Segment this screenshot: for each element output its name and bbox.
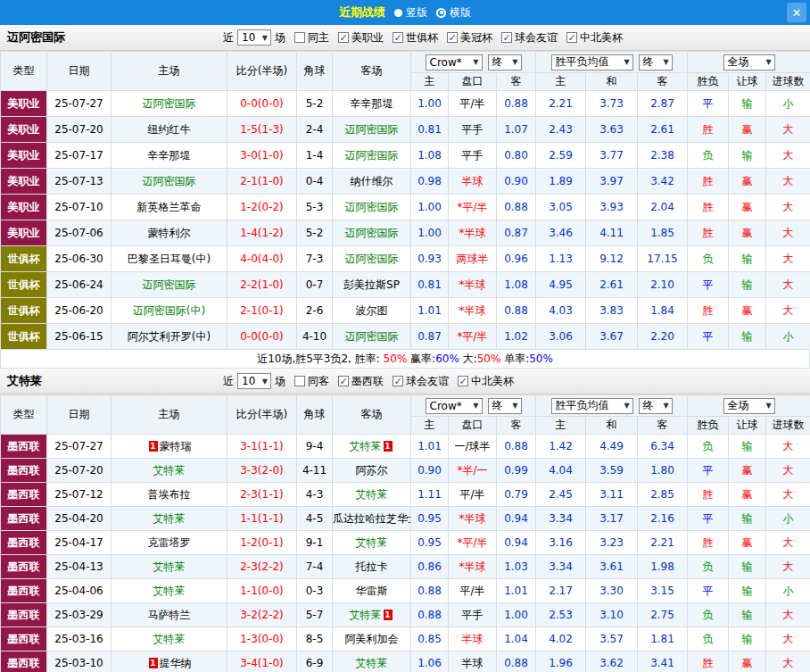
team-link[interactable]: 迈阿密国际 — [345, 330, 399, 343]
away-team-cell[interactable]: 阿苏尔 — [333, 459, 411, 483]
team-link[interactable]: 艾特莱 — [153, 512, 186, 525]
home-team-cell[interactable]: 普埃布拉 — [112, 483, 227, 507]
away-team-cell[interactable]: 迈阿密国际 — [333, 195, 411, 220]
team-link[interactable]: 艾特莱 — [356, 536, 388, 549]
team-link[interactable]: 蒙特瑞 — [160, 440, 192, 452]
team-link[interactable]: 迈阿密国际 — [345, 123, 399, 136]
match-count-select[interactable]: 10▼ — [237, 373, 271, 389]
home-team-cell[interactable]: 辛辛那堤 — [112, 143, 227, 169]
away-team-cell[interactable]: 波尔图 — [333, 298, 411, 324]
home-team-cell[interactable]: 迈阿密国际 — [112, 272, 227, 298]
avg-odds-select[interactable]: 胜平负均值▼ — [551, 54, 633, 71]
filter-checkbox-世俱杯[interactable]: ✓世俱杯 — [393, 30, 438, 46]
layout-radio-vertical[interactable]: 竖版 — [394, 5, 427, 21]
home-team-cell[interactable]: 迈阿密国际 — [112, 169, 227, 195]
team-link[interactable]: 华雷斯 — [356, 585, 388, 597]
team-link[interactable]: 阿苏尔 — [356, 464, 388, 477]
team-link[interactable]: 纳什维尔 — [351, 175, 393, 187]
away-team-cell[interactable]: 艾特莱1 — [333, 435, 411, 459]
away-team-cell[interactable]: 艾特莱1 — [333, 603, 411, 627]
team-link[interactable]: 辛辛那堤 — [148, 149, 191, 162]
team-link[interactable]: 艾特莱 — [350, 609, 382, 621]
team-link[interactable]: 普埃布拉 — [148, 488, 191, 501]
home-team-cell[interactable]: 迈阿密国际 — [112, 91, 227, 117]
home-team-cell[interactable]: 新英格兰革命 — [112, 195, 227, 220]
team-link[interactable]: 艾特莱 — [153, 585, 186, 597]
away-team-cell[interactable]: 纳什维尔 — [333, 169, 411, 195]
team-link[interactable]: 艾特莱 — [350, 440, 382, 452]
team-link[interactable]: 辛辛那堤 — [351, 97, 393, 110]
away-team-cell[interactable]: 艾特莱 — [333, 531, 411, 555]
home-team-cell[interactable]: 艾特莱 — [112, 555, 227, 579]
filter-checkbox-同客[interactable]: 同客 — [294, 374, 329, 389]
scope-select[interactable]: 全场▼ — [723, 398, 775, 414]
away-team-cell[interactable]: 迈阿密国际 — [333, 246, 411, 272]
home-team-cell[interactable]: 马萨特兰 — [112, 603, 227, 627]
team-link[interactable]: 巴黎圣日耳曼(中) — [128, 253, 211, 265]
team-link[interactable]: 纽约红牛 — [148, 123, 191, 136]
layout-radio-horizontal[interactable]: 横版 — [436, 5, 471, 21]
filter-checkbox-中北美杯[interactable]: ✓中北美杯 — [566, 30, 623, 46]
team-link[interactable]: 艾特莱 — [153, 633, 186, 645]
team-link[interactable]: 迈阿密国际 — [345, 149, 399, 162]
filter-checkbox-墨西联[interactable]: ✓墨西联 — [338, 374, 384, 389]
home-team-cell[interactable]: 艾特莱 — [112, 507, 227, 531]
away-team-cell[interactable]: 托拉卡 — [333, 555, 411, 579]
team-link[interactable]: 艾特莱 — [356, 657, 388, 669]
team-link[interactable]: 阿尔艾利开罗(中) — [128, 330, 211, 343]
home-team-cell[interactable]: 1提华纳 — [112, 651, 227, 672]
team-link[interactable]: 艾特莱 — [356, 488, 388, 501]
filter-checkbox-中北美杯[interactable]: ✓中北美杯 — [458, 374, 514, 389]
home-team-cell[interactable]: 艾特莱 — [112, 579, 227, 603]
team-link[interactable]: 迈阿密国际(中) — [133, 304, 205, 317]
final-odds-select[interactable]: 终▼ — [488, 398, 522, 414]
team-link[interactable]: 迈阿密国际 — [143, 278, 196, 291]
home-team-cell[interactable]: 巴黎圣日耳曼(中) — [112, 246, 227, 272]
odds-source-select[interactable]: Crow*▼ — [426, 54, 483, 71]
team-link[interactable]: 艾特莱 — [153, 560, 186, 573]
away-team-cell[interactable]: 艾特莱 — [333, 483, 411, 507]
home-team-cell[interactable]: 纽约红牛 — [112, 117, 227, 143]
home-team-cell[interactable]: 1蒙特瑞 — [112, 435, 227, 459]
filter-checkbox-美冠杯[interactable]: ✓美冠杯 — [447, 30, 492, 46]
final-odds-select[interactable]: 终▼ — [488, 54, 522, 71]
close-button[interactable]: ✕ — [787, 3, 806, 22]
away-team-cell[interactable]: 艾特莱 — [333, 651, 411, 672]
match-count-select[interactable]: 10▼ — [237, 29, 271, 46]
scope-select[interactable]: 全场▼ — [723, 54, 775, 71]
away-team-cell[interactable]: 瓜达拉哈拉芝华士 — [333, 507, 411, 531]
away-team-cell[interactable]: 迈阿密国际 — [333, 324, 411, 350]
team-link[interactable]: 波尔图 — [356, 304, 388, 317]
avg-odds-select[interactable]: 胜平负均值▼ — [551, 398, 633, 414]
team-link[interactable]: 艾特莱 — [153, 464, 186, 477]
final-avg-select[interactable]: 终▼ — [639, 398, 673, 414]
home-team-cell[interactable]: 艾特莱 — [112, 627, 227, 651]
filter-checkbox-球会友谊[interactable]: ✓球会友谊 — [501, 30, 558, 46]
away-team-cell[interactable]: 华雷斯 — [333, 579, 411, 603]
team-link[interactable]: 托拉卡 — [356, 560, 388, 573]
team-link[interactable]: 彭美拉斯SP — [343, 278, 400, 291]
team-link[interactable]: 克雷塔罗 — [148, 536, 191, 549]
home-team-cell[interactable]: 艾特莱 — [112, 459, 227, 483]
team-link[interactable]: 马萨特兰 — [148, 609, 191, 621]
away-team-cell[interactable]: 阿美利加会 — [333, 627, 411, 651]
team-link[interactable]: 迈阿密国际 — [143, 97, 196, 110]
filter-checkbox-美职业[interactable]: ✓美职业 — [338, 30, 384, 46]
team-link[interactable]: 瓜达拉哈拉芝华士 — [333, 512, 411, 525]
team-link[interactable]: 迈阿密国际 — [345, 227, 399, 239]
away-team-cell[interactable]: 迈阿密国际 — [333, 143, 411, 169]
team-link[interactable]: 迈阿密国际 — [345, 253, 399, 265]
odds-source-select[interactable]: Crow*▼ — [426, 398, 483, 414]
team-link[interactable]: 迈阿密国际 — [143, 175, 196, 187]
away-team-cell[interactable]: 迈阿密国际 — [333, 220, 411, 246]
home-team-cell[interactable]: 蒙特利尔 — [112, 220, 227, 246]
team-link[interactable]: 提华纳 — [160, 657, 192, 669]
team-link[interactable]: 蒙特利尔 — [148, 227, 191, 239]
final-avg-select[interactable]: 终▼ — [639, 54, 673, 71]
home-team-cell[interactable]: 迈阿密国际(中) — [112, 298, 227, 324]
filter-checkbox-同主[interactable]: 同主 — [294, 30, 329, 46]
home-team-cell[interactable]: 阿尔艾利开罗(中) — [112, 324, 227, 350]
away-team-cell[interactable]: 迈阿密国际 — [333, 117, 411, 143]
team-link[interactable]: 阿美利加会 — [345, 633, 399, 645]
team-link[interactable]: 迈阿密国际 — [345, 201, 399, 213]
